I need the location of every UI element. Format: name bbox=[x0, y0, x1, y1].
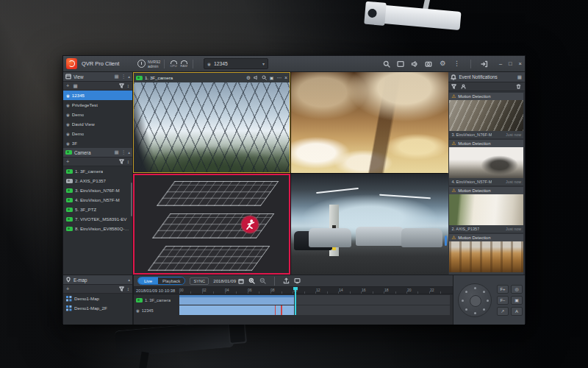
collapse-icon[interactable]: ▴ bbox=[128, 150, 130, 155]
camera-list-item[interactable]: 7. VIVOTEK_MS8391-EV bbox=[63, 214, 132, 224]
camera-list-item[interactable]: 4. EtroVision_N57F-M bbox=[63, 195, 132, 205]
sort-icon[interactable]: ↕ bbox=[127, 83, 129, 88]
pan-button[interactable]: ↗ bbox=[497, 307, 509, 316]
tile-zoom-icon[interactable] bbox=[262, 75, 267, 80]
event-settings-icon[interactable]: ▦ bbox=[517, 74, 522, 80]
zoom-out-icon[interactable] bbox=[259, 277, 266, 284]
view-list-item[interactable]: ◉ David View bbox=[63, 119, 132, 129]
add-camera-button[interactable]: + bbox=[66, 158, 69, 165]
view-selector-value: 12345 bbox=[214, 61, 228, 66]
recording-track[interactable] bbox=[179, 295, 450, 305]
tile-preset-icon[interactable]: ▣ bbox=[270, 75, 274, 80]
video-tile[interactable] bbox=[291, 174, 448, 275]
emap-section-header[interactable]: E-map ▴ bbox=[63, 275, 132, 285]
sort-icon[interactable]: ↕ bbox=[127, 159, 129, 164]
sort-icon[interactable]: ↕ bbox=[127, 286, 129, 291]
gear-icon[interactable]: ⚙ bbox=[439, 60, 447, 68]
display-icon[interactable] bbox=[294, 277, 301, 284]
trash-icon[interactable] bbox=[516, 84, 521, 89]
view-layout-icon[interactable]: ▦ bbox=[115, 74, 119, 79]
timeline-row[interactable]: ◉ 12345 bbox=[134, 305, 453, 315]
add-emap-button[interactable]: + bbox=[66, 286, 69, 292]
app-window: QVR Pro Client NVR92 admin CPU RAM ◉ 123 bbox=[62, 55, 526, 324]
emap-section-title: E-map bbox=[74, 277, 87, 283]
event-card[interactable]: ⚠ Motion Detection 8. EtroVision_EV8580Q… bbox=[449, 234, 523, 275]
focus-button[interactable]: ◎ bbox=[511, 285, 523, 294]
event-card[interactable]: ⚠ Motion Detection 4. EtroVision_N57F-M … bbox=[449, 140, 523, 185]
camera-list-item[interactable]: 8. EtroVision_EV8580Q-MD bbox=[63, 224, 132, 233]
event-marker bbox=[281, 305, 282, 315]
grid-scrollbar-thumb[interactable] bbox=[445, 236, 447, 246]
maximize-button[interactable]: □ bbox=[509, 60, 512, 68]
preset-button[interactable]: ▣ bbox=[511, 296, 523, 305]
view-list-item[interactable]: ◉ Demo bbox=[63, 110, 132, 119]
camera-grid-icon[interactable]: ▦ bbox=[115, 149, 119, 155]
view-selector[interactable]: ◉ 12345 ▾ bbox=[204, 58, 268, 69]
collapse-icon[interactable]: ▴ bbox=[128, 74, 130, 79]
filter-icon[interactable] bbox=[119, 83, 124, 88]
add-view-button[interactable]: + bbox=[66, 82, 69, 89]
export-icon[interactable] bbox=[283, 277, 290, 284]
emap-list-item[interactable]: Demo1-Map bbox=[63, 294, 132, 303]
more-icon[interactable]: ⋮ bbox=[453, 60, 461, 68]
timeline-row[interactable]: 1. 3F_camera bbox=[134, 295, 453, 305]
camera-list-item[interactable]: 2. AXIS_P1357 bbox=[63, 176, 132, 185]
tile-speaker-icon[interactable] bbox=[254, 75, 259, 80]
view-list-item[interactable]: ◉ Demo bbox=[63, 129, 132, 138]
filter-icon[interactable] bbox=[451, 84, 456, 89]
tile-close-icon[interactable]: × bbox=[284, 75, 287, 80]
filter-icon[interactable] bbox=[119, 159, 124, 164]
collapse-icon[interactable]: ▴ bbox=[128, 277, 130, 282]
layout-grid-icon[interactable]: ▦ bbox=[73, 83, 77, 89]
sidebar-scrollbar[interactable] bbox=[131, 183, 132, 216]
person-icon[interactable] bbox=[461, 84, 466, 89]
sync-button[interactable]: SYNC bbox=[190, 277, 209, 285]
camera-section-header[interactable]: Camera ▦ ⋮ ▴ bbox=[63, 148, 132, 158]
date-picker[interactable]: 2018/01/09 bbox=[213, 278, 244, 284]
camera-online-icon bbox=[66, 227, 73, 231]
view-more-icon[interactable]: ⋮ bbox=[121, 74, 126, 79]
view-list-item[interactable]: ◉ PrivilegeTest bbox=[63, 100, 132, 110]
zoom-in-icon[interactable] bbox=[248, 277, 255, 284]
filter-icon[interactable] bbox=[119, 286, 124, 291]
motion-alert-badge[interactable] bbox=[242, 216, 258, 233]
speaker-icon[interactable] bbox=[411, 60, 419, 68]
view-list-item[interactable]: ◉ 12345 bbox=[63, 91, 132, 100]
search-icon[interactable] bbox=[383, 60, 391, 68]
fullscreen-icon[interactable] bbox=[397, 60, 405, 68]
minimize-button[interactable]: – bbox=[499, 60, 502, 68]
camera-list-item[interactable]: 3. EtroVision_N76F-M bbox=[63, 185, 132, 195]
close-button[interactable]: × bbox=[519, 60, 522, 68]
bell-icon bbox=[451, 74, 456, 80]
camera-list-item[interactable]: 5. 3F_PTZ bbox=[63, 205, 132, 214]
view-list-item[interactable]: ◉ 3F bbox=[63, 138, 132, 148]
ptz-center-button[interactable] bbox=[470, 295, 481, 307]
live-button[interactable]: Live bbox=[138, 277, 158, 284]
camera-online-icon bbox=[66, 217, 73, 222]
event-card[interactable]: ⚠ Motion Detection 2. AXIS_P1357 Just no… bbox=[449, 187, 523, 233]
zoom-out-button[interactable]: F− bbox=[497, 296, 509, 305]
tile-more-icon[interactable]: ⋯ bbox=[276, 75, 282, 81]
warning-icon: ⚠ bbox=[451, 235, 456, 241]
camera-online-icon bbox=[136, 76, 143, 80]
camera-list-item[interactable]: 1. 3F_camera bbox=[63, 166, 132, 176]
playback-controls: Live Playback SYNC 2018/01/09 bbox=[134, 275, 453, 287]
tile-gear-icon[interactable]: ⚙ bbox=[246, 75, 251, 81]
auto-button[interactable]: A bbox=[511, 307, 523, 316]
camera-more-icon[interactable]: ⋮ bbox=[121, 149, 126, 155]
logout-icon[interactable] bbox=[481, 60, 489, 68]
playhead[interactable] bbox=[295, 287, 296, 315]
video-tile[interactable] bbox=[291, 72, 448, 173]
emap-tile-alert[interactable] bbox=[133, 174, 290, 275]
recording-track[interactable] bbox=[179, 305, 450, 315]
playback-button[interactable]: Playback bbox=[158, 277, 184, 284]
event-thumbnail bbox=[449, 241, 523, 272]
event-card[interactable]: ⚠ Motion Detection 3. EtroVision_N76F-M … bbox=[449, 93, 523, 138]
emap-list-item[interactable]: Demo1-Map_2F bbox=[63, 303, 132, 313]
snapshot-icon[interactable] bbox=[425, 60, 433, 68]
zoom-in-button[interactable]: F+ bbox=[497, 285, 509, 294]
view-section-header[interactable]: View ▦ ⋮ ▴ bbox=[63, 72, 132, 82]
ptz-joystick[interactable] bbox=[458, 283, 492, 317]
event-marker bbox=[275, 305, 276, 315]
video-tile-selected[interactable]: 1. 3F_camera ⚙ ▣ ⋯ × bbox=[133, 72, 290, 173]
